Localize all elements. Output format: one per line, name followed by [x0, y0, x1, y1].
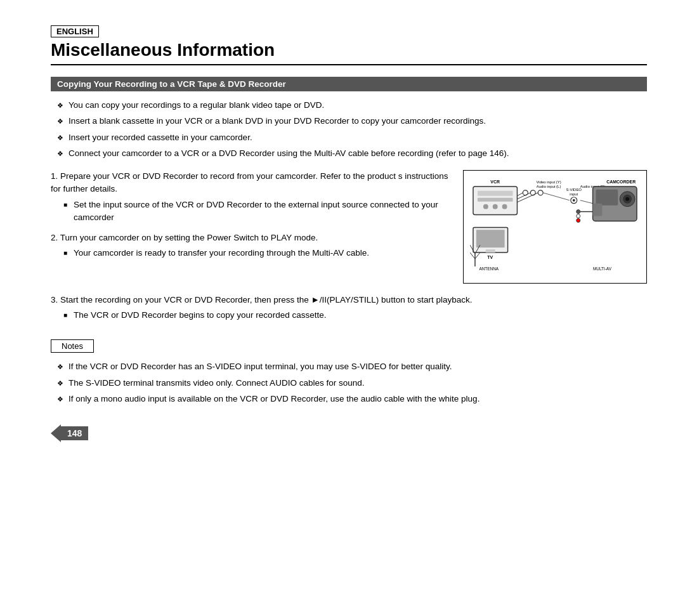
- svg-point-10: [502, 204, 507, 209]
- step-3-subitems: The VCR or DVD Recorder begins to copy y…: [51, 309, 647, 322]
- notes-item-3: If only a mono audio input is available …: [57, 393, 647, 405]
- step-3-text: 3. Start the recording on your VCR or DV…: [51, 294, 647, 306]
- svg-rect-19: [486, 249, 495, 252]
- notes-bullet-list: If the VCR or DVD Recorder has an S-VIDE…: [51, 360, 647, 405]
- svg-point-24: [573, 199, 575, 202]
- svg-text:S-VIDEO: S-VIDEO: [566, 188, 582, 192]
- svg-point-30: [625, 197, 629, 201]
- step-2-sub-1: Your camcorder is ready to transfer your…: [63, 247, 450, 259]
- svg-rect-18: [476, 230, 505, 247]
- page-number-triangle: [51, 424, 61, 442]
- bullet-item: Connect your camcorder to a VCR or a DVD…: [57, 147, 647, 160]
- svg-line-38: [470, 252, 475, 259]
- page-number-wrap: 148: [51, 424, 88, 442]
- svg-line-15: [517, 193, 530, 199]
- svg-text:input: input: [570, 192, 578, 196]
- diagram-area: VCR Video input (Y) Audio input (L) Audi…: [463, 170, 647, 284]
- bullet-item: You can copy your recordings to a regula…: [57, 99, 647, 112]
- svg-line-32: [580, 200, 593, 204]
- svg-point-41: [577, 210, 580, 214]
- step-1: 1. Prepare your VCR or DVD Recorder to r…: [51, 170, 450, 224]
- svg-rect-7: [478, 198, 513, 202]
- svg-text:MULTI-AV: MULTI-AV: [593, 266, 612, 271]
- svg-point-8: [483, 204, 488, 209]
- bullet-item: Insert a blank cassette in your VCR or a…: [57, 115, 647, 128]
- step-1-text: 1. Prepare your VCR or DVD Recorder to r…: [51, 170, 450, 196]
- connection-diagram: VCR Video input (Y) Audio input (L) Audi…: [470, 177, 640, 275]
- english-badge: ENGLISH: [51, 25, 99, 37]
- step-2-subitems: Your camcorder is ready to transfer your…: [51, 247, 450, 259]
- page-number-area: 148: [51, 424, 647, 442]
- svg-text:Audio input (L): Audio input (L): [537, 185, 561, 188]
- svg-text:TV: TV: [487, 255, 493, 259]
- page-title: Miscellaneous Information: [51, 40, 647, 65]
- svg-line-14: [517, 193, 523, 196]
- svg-point-42: [577, 214, 580, 218]
- svg-line-25: [543, 193, 570, 200]
- step-1-subitems: Set the input source of the VCR or DVD R…: [51, 199, 450, 225]
- notes-item-2: The S-VIDEO terminal transmits video onl…: [57, 377, 647, 390]
- svg-rect-27: [596, 190, 618, 206]
- section-header: Copying Your Recording to a VCR Tape & D…: [51, 77, 647, 91]
- intro-bullet-list: You can copy your recordings to a regula…: [51, 99, 647, 160]
- svg-point-43: [577, 219, 580, 223]
- svg-text:ANTENNA: ANTENNA: [479, 266, 499, 271]
- steps-area: 1. Prepare your VCR or DVD Recorder to r…: [51, 170, 450, 284]
- svg-point-13: [538, 190, 543, 195]
- step-1-sub-1: Set the input source of the VCR or DVD R…: [63, 199, 450, 225]
- page-number-rect: 148: [61, 426, 88, 440]
- bullet-item: Insert your recorded cassette in your ca…: [57, 131, 647, 144]
- svg-point-9: [493, 204, 498, 209]
- step-2: 2. Turn your camcorder on by setting the…: [51, 232, 450, 260]
- svg-rect-6: [478, 191, 513, 196]
- notes-item-1: If the VCR or DVD Recorder has an S-VIDE…: [57, 360, 647, 373]
- svg-rect-31: [593, 204, 603, 216]
- diagram-box: VCR Video input (Y) Audio input (L) Audi…: [463, 170, 647, 284]
- notes-label: Notes: [62, 341, 83, 351]
- step-3-sub-1: The VCR or DVD Recorder begins to copy y…: [63, 309, 647, 322]
- step-2-text: 2. Turn your camcorder on by setting the…: [51, 232, 450, 244]
- svg-text:CAMCORDER: CAMCORDER: [606, 180, 636, 184]
- notes-label-box: Notes: [51, 339, 94, 353]
- svg-text:Video input (Y): Video input (Y): [536, 180, 561, 184]
- notes-section: Notes If the VCR or DVD Recorder has an …: [51, 334, 647, 405]
- svg-line-39: [475, 252, 480, 259]
- svg-text:VCR: VCR: [490, 180, 500, 184]
- step-3: 3. Start the recording on your VCR or DV…: [51, 294, 647, 322]
